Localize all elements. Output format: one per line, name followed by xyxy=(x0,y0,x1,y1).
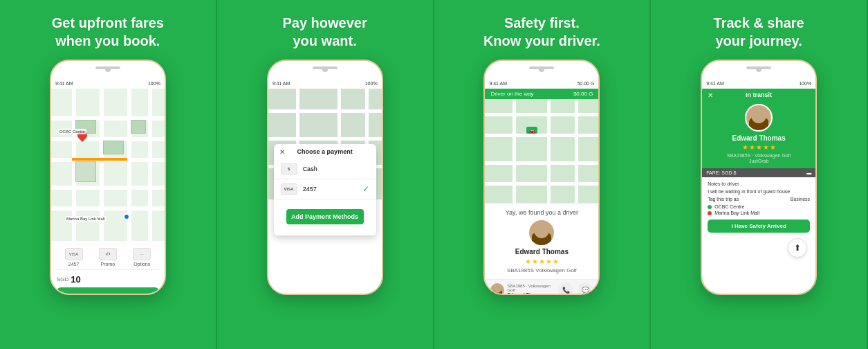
phone4-arrived-button[interactable]: I Have Safely Arrived xyxy=(708,220,810,233)
phone4-star5: ★ xyxy=(770,143,776,151)
phone1-option-options[interactable]: ··· Options xyxy=(133,248,151,267)
phone1-blue-dot xyxy=(123,213,130,220)
phone1-status-bar: 9:41 AM 100% xyxy=(51,78,165,89)
phone1-promo-label: Promo xyxy=(101,262,116,267)
panel2-title: Pay howeveryou want. xyxy=(282,14,367,50)
phone4-note-label: Notes to driver xyxy=(708,181,810,186)
phone3-bottom-car: SBA1985 · Volkswagen Golf xyxy=(507,284,555,292)
phone2-visa-option[interactable]: VISA 2457 ✓ xyxy=(274,179,376,199)
phone3-bottom-strip: SBA1985 · Volkswagen Golf Edward Thomas … xyxy=(485,279,598,294)
phone4-driver-section: Edward Thomas ★ ★ ★ ★ ★ SBA1985S · Volks… xyxy=(702,101,815,168)
phone2-visa-icon: VISA xyxy=(281,184,297,195)
phone2-notch xyxy=(268,61,382,78)
phone4-notch xyxy=(702,61,815,78)
phone1-options-icon: ··· xyxy=(133,248,151,260)
phone3-status-bar: 9:41 AM 50.00 G xyxy=(485,78,598,89)
phone1-option-card[interactable]: VISA 2457 xyxy=(65,248,83,267)
phone3-car-info: SBA1985S Volkswagen Golf xyxy=(490,267,593,274)
phone2-add-payment-container: Add Payment Methods xyxy=(274,199,376,230)
panel-payment: Pay howeveryou want. 9:41 AM 100% ✕ Choo… xyxy=(217,0,434,349)
phone4-tag-value[interactable]: Business xyxy=(791,197,810,202)
phone4-driver-name: Edward Thomas xyxy=(732,134,786,142)
phone3-mini-avatar xyxy=(490,283,504,294)
phone1-camera xyxy=(105,66,111,72)
panel-transit: Track & shareyour journey. 9:41 AM 100% … xyxy=(651,0,868,349)
phone3-star3: ★ xyxy=(539,258,545,265)
phone4-tag-label: Tag this trip as xyxy=(708,197,739,202)
phone4-camera xyxy=(756,66,761,72)
phone2-cash-option[interactable]: $ Cash xyxy=(274,159,376,179)
phone2-payment-title: Choose a payment xyxy=(274,148,376,155)
phone1-map: OCBC Centre Marina Bay Link Mall xyxy=(51,89,165,241)
phone3-screen: Driver on the way $0.00 G 🚗 Yay, we foun… xyxy=(485,89,598,294)
panel-driver: Safety first.Know your driver. 9:41 AM 5… xyxy=(434,0,652,349)
phone3-car-icon: 🚗 xyxy=(526,127,537,134)
phone2-check-icon: ✓ xyxy=(362,184,369,194)
phone4-transit-bg: ✕ In transit Edward Thomas ★ ★ ★ ★ xyxy=(702,89,815,294)
phone4-fare-label: FARE: SGD $ xyxy=(706,170,736,175)
phone4-status-bar: 9:41 AM 100% xyxy=(702,78,815,89)
panel1-title: Get upfront fareswhen you book. xyxy=(52,14,164,50)
phone4-time: 9:41 AM xyxy=(706,81,724,86)
phone3-message-button[interactable]: 💬 xyxy=(578,283,593,294)
phone3-bottom-driver: Edward Thomas xyxy=(507,292,555,294)
panel3-title: Safety first.Know your driver. xyxy=(483,14,600,50)
phone-2: 9:41 AM 100% ✕ Choose a payment $ Cash xyxy=(267,60,383,295)
phone4-star2: ★ xyxy=(749,143,755,151)
phone2-payment-card: ✕ Choose a payment $ Cash VISA 2457 ✓ Ad… xyxy=(274,144,376,235)
phone3-call-button[interactable]: 📞 xyxy=(558,283,573,294)
phone3-fare-badge: $0.00 G xyxy=(573,91,593,97)
phone4-close[interactable]: ✕ xyxy=(708,91,713,99)
phone1-promo-icon: 🏷 xyxy=(99,248,117,260)
phone3-star2: ★ xyxy=(532,258,538,265)
phone1-option-promo[interactable]: 🏷 Promo xyxy=(99,248,117,267)
phone2-camera xyxy=(322,66,328,72)
phone3-camera xyxy=(539,66,544,72)
phone3-action-buttons: 📞 💬 xyxy=(558,283,593,294)
phone4-fare-bar: FARE: SGD $ ▬ xyxy=(702,168,815,177)
phone3-top-bar-text: Driver on the way xyxy=(490,91,533,97)
phone3-driver-avatar xyxy=(529,220,554,245)
phone3-bottom-info: SBA1985 · Volkswagen Golf Edward Thomas xyxy=(507,284,555,294)
phone4-loc1-row: OCBC Centre xyxy=(708,204,810,209)
phone2-time: 9:41 AM xyxy=(273,81,290,86)
phone-3: 9:41 AM 50.00 G Driver on the way $0.00 … xyxy=(483,60,600,295)
phone3-star5: ★ xyxy=(553,258,559,265)
phone4-locations: OCBC Centre Marina Bay Link Mall xyxy=(708,204,810,215)
phone-4: 9:41 AM 100% ✕ In transit Edward Thomas xyxy=(701,60,817,295)
phone2-add-payment-button[interactable]: Add Payment Methods xyxy=(286,209,364,224)
phone1-fare-row: SGD 10 xyxy=(57,273,159,287)
phone4-transit-title: In transit xyxy=(746,91,772,98)
phone1-options-row: VISA 2457 🏷 Promo ··· Options xyxy=(57,245,159,270)
phone4-driver-avatar xyxy=(745,104,773,132)
phone2-status-bar: 9:41 AM 100% xyxy=(268,78,382,89)
phone4-fare-card-icon: ▬ xyxy=(806,170,811,175)
phone4-loc1-text: OCBC Centre xyxy=(714,204,744,209)
phone4-screen: ✕ In transit Edward Thomas ★ ★ ★ ★ xyxy=(702,89,815,294)
phone1-book-button[interactable]: Book xyxy=(57,287,159,294)
phone2-cash-label: Cash xyxy=(303,165,369,172)
phone2-cash-icon: $ xyxy=(281,163,297,174)
phone1-map-label1: OCBC Centre xyxy=(58,129,86,134)
phone3-battery: 50.00 G xyxy=(577,81,594,86)
phone4-star1: ★ xyxy=(742,143,748,151)
phone2-close[interactable]: ✕ xyxy=(279,148,285,156)
phone1-controls: VISA 2457 🏷 Promo ··· Options SGD 10 xyxy=(51,241,165,294)
phone1-card-label: 2457 xyxy=(68,262,80,267)
phone4-star4: ★ xyxy=(763,143,769,151)
phone3-top-bar: Driver on the way $0.00 G xyxy=(485,89,598,99)
phone2-screen: ✕ Choose a payment $ Cash VISA 2457 ✓ Ad… xyxy=(268,89,382,294)
phone1-notch xyxy=(51,61,165,78)
phone4-loc2-text: Marina Bay Link Mall xyxy=(714,211,759,215)
phone1-options-label: Options xyxy=(133,262,150,267)
phone4-share-button[interactable]: ⬆ xyxy=(788,238,807,258)
phone1-time: 9:41 AM xyxy=(55,81,73,86)
panel4-title: Track & shareyour journey. xyxy=(714,14,804,50)
phone4-loc2-row: Marina Bay Link Mall xyxy=(708,211,810,215)
phone4-tag-row: Tag this trip as Business xyxy=(708,197,810,202)
phone4-battery: 100% xyxy=(799,81,811,86)
phone4-note-text: I will be waiting in front of guard hous… xyxy=(708,189,810,194)
phone1-fare-currency: SGD xyxy=(57,276,68,283)
phone3-driver-card: Yay, we found you a driver Edward Thomas… xyxy=(485,203,598,279)
phone3-star1: ★ xyxy=(525,258,531,265)
